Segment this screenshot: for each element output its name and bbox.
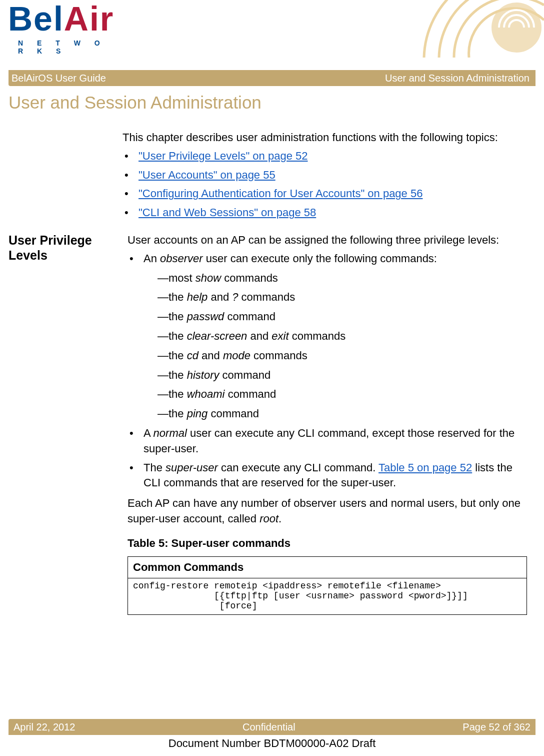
section-user-privilege: User Privilege Levels User accounts on a…: [8, 233, 527, 615]
header-left: BelAirOS User Guide: [12, 73, 106, 84]
logo-wordmark: BelAir: [8, 0, 114, 38]
section-heading: User Privilege Levels: [8, 233, 128, 615]
intro-link-item: "User Privilege Levels" on page 52: [122, 149, 527, 164]
super-user-commands-table: Common Commands config-restore remoteip …: [128, 556, 527, 615]
xref-link[interactable]: "CLI and Web Sessions" on page 58: [138, 206, 316, 219]
section-lead: User accounts on an AP can be assigned t…: [128, 233, 527, 248]
table-cell: config-restore remoteip <ipaddress> remo…: [128, 578, 527, 614]
body: This chapter describes user administrati…: [8, 130, 527, 711]
intro-link-list: "User Privilege Levels" on page 52 "User…: [122, 149, 527, 221]
intro: This chapter describes user administrati…: [122, 130, 527, 221]
xref-link[interactable]: "Configuring Authentication for User Acc…: [138, 187, 422, 200]
page: BelAir N E T W O R K S BelAirOS User Gui…: [0, 0, 544, 756]
section-body: User accounts on an AP can be assigned t…: [128, 233, 527, 615]
cmd-item: the cd and mode commands: [158, 348, 527, 364]
table-header: Common Commands: [128, 556, 527, 578]
cmd-item: the history command: [158, 368, 527, 383]
cmd-item: the ping command: [158, 406, 527, 422]
xref-link[interactable]: "User Privilege Levels" on page 52: [138, 150, 308, 162]
footer-confidential: Confidential: [242, 721, 296, 733]
cmd-item: the passwd command: [158, 309, 527, 325]
document-number: Document Number BDTM00000-A02 Draft: [0, 737, 544, 750]
intro-link-item: "User Accounts" on page 55: [122, 168, 527, 183]
page-title: User and Session Administration: [8, 93, 262, 113]
footer-page: Page 52 of 362: [462, 721, 530, 733]
cmd-item: the whoami command: [158, 387, 527, 402]
intro-lead: This chapter describes user administrati…: [122, 130, 527, 146]
intro-link-item: "Configuring Authentication for User Acc…: [122, 186, 527, 202]
cmd-item: the clear-screen and exit commands: [158, 329, 527, 344]
super-item: The super-user can execute any CLI comma…: [128, 460, 527, 491]
xref-link[interactable]: "User Accounts" on page 55: [138, 169, 276, 181]
intro-link-item: "CLI and Web Sessions" on page 58: [122, 205, 527, 221]
table-title: Table 5: Super-user commands: [128, 536, 527, 551]
decor-rays-icon: [419, 0, 544, 58]
privilege-list: An observer user can execute only the fo…: [128, 251, 527, 491]
cmd-item: most show commands: [158, 271, 527, 286]
trailing-paragraph: Each AP can have any number of observer …: [128, 496, 527, 527]
observer-item: An observer user can execute only the fo…: [128, 251, 527, 422]
observer-cmd-list: most show commands the help and ? comman…: [158, 271, 527, 422]
normal-item: A normal user can execute any CLI comman…: [128, 426, 527, 457]
header-bar: BelAirOS User Guide User and Session Adm…: [8, 70, 536, 86]
header-right: User and Session Administration: [385, 73, 530, 84]
footer-date: April 22, 2012: [14, 721, 75, 733]
brand-logo: BelAir N E T W O R K S: [8, 5, 114, 33]
logo-subtext: N E T W O R K S: [18, 39, 114, 55]
footer-bar: April 22, 2012 Confidential Page 52 of 3…: [8, 719, 536, 735]
xref-link[interactable]: Table 5 on page 52: [378, 461, 472, 474]
cmd-item: the help and ? commands: [158, 290, 527, 305]
